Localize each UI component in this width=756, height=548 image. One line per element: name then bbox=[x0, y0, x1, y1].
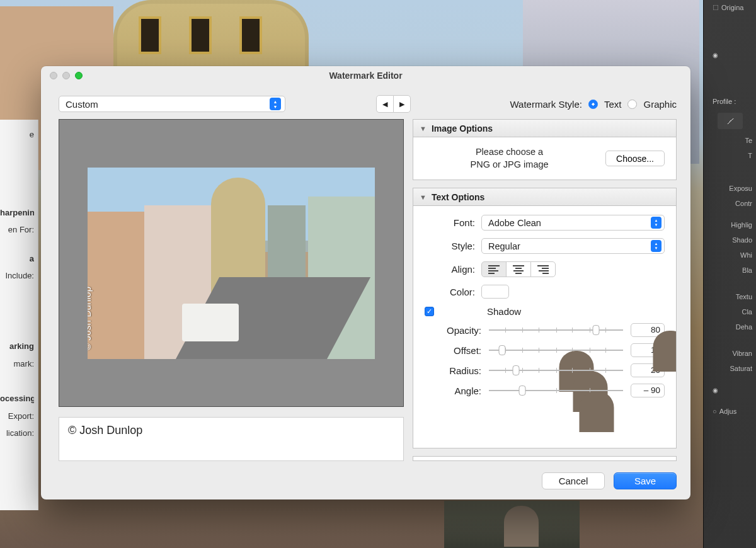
radius-label: Radius: bbox=[425, 365, 481, 376]
image-options-title: Image Options bbox=[432, 123, 493, 134]
preset-select-value: Custom bbox=[66, 99, 98, 110]
chevron-updown-icon: ▲▼ bbox=[270, 98, 281, 110]
style-text-radio[interactable] bbox=[588, 100, 598, 109]
preview-shape bbox=[88, 212, 144, 359]
font-label: Font: bbox=[425, 217, 481, 228]
style-graphic-radio[interactable] bbox=[627, 100, 637, 109]
disclosure-triangle-icon: ▼ bbox=[420, 125, 427, 132]
font-select[interactable]: Adobe Clean ▲▼ bbox=[481, 215, 665, 231]
angle-value[interactable]: – 90 bbox=[631, 384, 665, 397]
watermark-style-label: Watermark Style: bbox=[510, 99, 581, 110]
contrast-label: Contr bbox=[704, 196, 756, 211]
panel-slice-watermarking: arking bbox=[0, 338, 34, 355]
color-swatch[interactable] bbox=[481, 285, 509, 299]
text-options-title: Text Options bbox=[432, 192, 485, 202]
image-options-header[interactable]: ▼ Image Options bbox=[413, 120, 676, 137]
preview-frame: © Josh Dunlop bbox=[59, 119, 404, 407]
image-options-section: ▼ Image Options Please choose a PNG or J… bbox=[413, 119, 677, 180]
preview-shape bbox=[182, 304, 239, 341]
shadow-label: Shadow bbox=[487, 306, 521, 317]
next-section-peek bbox=[413, 456, 677, 461]
slider-thumb[interactable] bbox=[519, 385, 526, 396]
opacity-slider[interactable] bbox=[489, 324, 623, 336]
preview-previous-button[interactable]: ◀ bbox=[376, 95, 394, 113]
filmstrip-thumbnail[interactable] bbox=[444, 501, 580, 548]
style-select[interactable]: Regular ▲▼ bbox=[481, 238, 665, 254]
panel-slice-sharpening: harpenin bbox=[0, 204, 34, 222]
develop-panel-slice: Origina Profile : ⟋ Te T Exposu Contr Hi… bbox=[703, 0, 756, 548]
choose-image-button[interactable]: Choose... bbox=[605, 151, 665, 166]
slider-thumb[interactable] bbox=[593, 325, 600, 335]
whites-label: Whi bbox=[704, 248, 756, 263]
cancel-button[interactable]: Cancel bbox=[542, 472, 605, 489]
panel-slice-postprocessing: ocessing bbox=[0, 390, 34, 408]
align-left-button[interactable] bbox=[481, 261, 507, 277]
watermark-overlay-text: © Josh Dunlop bbox=[88, 286, 93, 353]
shadow-offset-row: Offset: 10 bbox=[425, 343, 665, 357]
window-title: Watermark Editor bbox=[41, 71, 690, 81]
shadow-checkbox[interactable]: ✓ bbox=[425, 307, 434, 316]
shadows-label: Shado bbox=[704, 232, 756, 248]
offset-label: Offset: bbox=[425, 345, 481, 356]
align-label: Align: bbox=[425, 264, 481, 275]
watermark-text-input[interactable]: © Josh Dunlop bbox=[59, 417, 404, 461]
slider-thumb[interactable] bbox=[512, 365, 519, 375]
offset-slider[interactable] bbox=[489, 345, 623, 356]
eyedropper-icon[interactable]: ⟋ bbox=[718, 113, 743, 129]
style-select-value: Regular bbox=[488, 241, 520, 251]
align-right-button[interactable] bbox=[530, 261, 556, 277]
adjust-row[interactable]: Adjus bbox=[704, 404, 756, 419]
bg-window bbox=[139, 16, 161, 54]
preview-nav: ◀ ▶ bbox=[376, 95, 411, 113]
slider-thumb[interactable] bbox=[499, 345, 506, 355]
image-options-message: Please choose a PNG or JPG image bbox=[425, 146, 594, 171]
dialog-buttons: Cancel Save bbox=[41, 470, 690, 499]
msg-line: PNG or JPG image bbox=[470, 159, 548, 169]
angle-label: Angle: bbox=[425, 385, 481, 396]
align-center-icon bbox=[513, 265, 524, 274]
chevron-updown-icon: ▲▼ bbox=[651, 217, 662, 229]
panel-slice-sharpen-for: en For: bbox=[0, 221, 34, 239]
save-button[interactable]: Save bbox=[614, 472, 677, 489]
highlights-label: Highlig bbox=[704, 217, 756, 232]
text-options-header[interactable]: ▼ Text Options bbox=[413, 188, 676, 206]
original-checkbox[interactable]: Origina bbox=[704, 0, 756, 16]
tone-curve-eye[interactable] bbox=[704, 382, 756, 397]
radius-slider[interactable] bbox=[489, 365, 623, 376]
watermark-style-group: Watermark Style: Text Graphic bbox=[510, 99, 677, 110]
panel-slice-watermark: mark: bbox=[0, 355, 34, 373]
toolbar: Custom ▲▼ ◀ ▶ Watermark Style: Text Grap… bbox=[41, 85, 690, 119]
basic-panel-eye[interactable] bbox=[704, 47, 756, 62]
panel-slice-label: e bbox=[0, 126, 34, 144]
align-left-icon bbox=[488, 265, 500, 274]
clarity-label: Cla bbox=[704, 304, 756, 319]
watermark-editor-dialog: Watermark Editor Custom ▲▼ ◀ ▶ Watermark… bbox=[41, 66, 690, 499]
temp-label: Te bbox=[704, 133, 756, 148]
align-right-icon bbox=[537, 265, 549, 274]
blacks-label: Bla bbox=[704, 263, 756, 278]
opacity-label: Opacity: bbox=[425, 325, 481, 336]
angle-slider[interactable] bbox=[489, 385, 623, 396]
vibrance-label: Vibran bbox=[704, 346, 756, 361]
style-text-label: Text bbox=[604, 99, 622, 110]
align-center-button[interactable] bbox=[506, 261, 531, 277]
disclosure-triangle-icon: ▼ bbox=[420, 193, 427, 201]
style-label: Style: bbox=[425, 241, 481, 251]
tint-label: T bbox=[704, 148, 756, 163]
preview-next-button[interactable]: ▶ bbox=[393, 95, 411, 113]
font-select-value: Adobe Clean bbox=[488, 218, 541, 228]
panel-slice-include: Include: bbox=[0, 267, 34, 285]
profile-label: Profile : bbox=[704, 94, 756, 109]
align-segmented-control bbox=[481, 261, 556, 277]
panel-slice-metadata: a bbox=[0, 250, 34, 268]
dehaze-label: Deha bbox=[704, 319, 756, 334]
chevron-updown-icon: ▲▼ bbox=[651, 240, 662, 252]
panel-slice-after-export: Export: bbox=[0, 408, 34, 425]
color-label: Color: bbox=[425, 287, 481, 297]
preset-select[interactable]: Custom ▲▼ bbox=[59, 96, 285, 112]
msg-line: Please choose a bbox=[476, 147, 543, 157]
export-settings-panel-slice: e harpenin en For: a Include: arking mar… bbox=[0, 120, 38, 510]
saturation-label: Saturat bbox=[704, 361, 756, 376]
shadow-radius-row: Radius: 20 bbox=[425, 363, 665, 377]
panel-slice-application: lication: bbox=[0, 425, 34, 442]
